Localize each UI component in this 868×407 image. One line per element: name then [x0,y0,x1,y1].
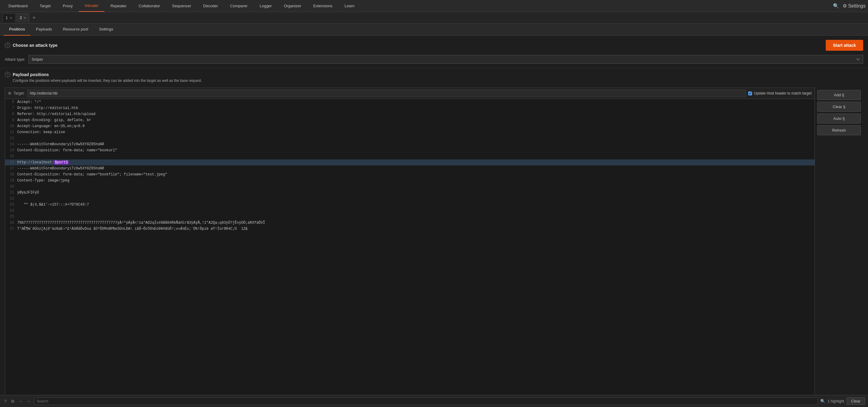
target-bar: Target: Update Host header to match targ… [5,88,814,99]
code-line: 8 Referer: http://editorial.htb/upload [5,111,814,117]
refresh-button[interactable]: Refresh [817,125,861,135]
code-line: 21 ÿØÿàJFIFÿÛ [5,190,814,196]
attack-type-title: Choose an attack type [13,43,58,48]
help-bottom-icon[interactable]: ? [3,398,8,404]
tab-1[interactable]: 1 ✕ [2,13,16,22]
code-line: 18 Content-Disposition: form-data; name=… [5,171,814,178]
payload-positions-title: Payload positions [13,72,49,77]
code-line: 22 [5,196,814,202]
nav-items: Dashboard Target Proxy Intruder Repeater… [2,0,361,12]
clear-section-button[interactable]: Clear § [817,102,861,112]
tab-2-close[interactable]: ✕ [24,16,26,20]
attack-type-help-icon[interactable]: ? [5,42,10,48]
search-input[interactable] [34,398,818,405]
subtab-payloads[interactable]: Payloads [30,24,57,36]
code-line: 26 7%%7777777777777777777777777777777777… [5,220,814,226]
nav-comparer[interactable]: Comparer [224,0,254,12]
nav-intruder[interactable]: Intruder [79,0,104,12]
forward-button[interactable]: → [25,398,32,404]
update-host-label: Update Host header to match target [754,91,811,95]
clear-button[interactable]: Clear [846,397,865,405]
nav-extensions[interactable]: Extensions [307,0,339,12]
nav-target[interactable]: Target [34,0,57,12]
payload-positions-section: ? Payload positions Configure the positi… [0,68,868,85]
code-line: 10 Accept-Language: en-US,en;q=0.9 [5,123,814,129]
update-host-check: Update Host header to match target [748,91,811,95]
payload-positions-desc: Configure the positions where payloads w… [13,79,863,83]
tab-bar: 1 ✕ 2 ✕ + [0,12,868,24]
payload-marker: $portS [54,160,68,164]
code-line: 12 [5,135,814,141]
payload-positions-help-icon[interactable]: ? [5,72,10,77]
attack-type-header: ? Choose an attack type Start attack [0,36,868,53]
top-nav: Dashboard Target Proxy Intruder Repeater… [0,0,868,12]
nav-collaborator[interactable]: Collaborator [132,0,166,12]
sub-tab-bar: Positions Payloads Resource pool Setting… [0,24,868,36]
auto-section-button[interactable]: Auto § [817,114,861,124]
code-line: 13 ------WebKitFormBoundaryiTz0w5XY0Z95h… [5,141,814,147]
update-host-checkbox[interactable] [748,92,752,95]
nav-arrows: ← → [18,398,32,404]
code-line: 14 Content-Disposition: form-data; name=… [5,147,814,153]
tab-2[interactable]: 2 ✕ [17,13,30,22]
code-line: 27 T°AÊ¶W¨êÚòz[A)0°äú%d£¬*£²ÄðÁ8ÔvDsα å©… [5,226,814,232]
attack-type-select[interactable]: Sniper Battering ram Pitchfork Cluster b… [28,55,863,64]
target-status-dot [8,92,11,95]
subtab-positions[interactable]: Positions [4,24,30,36]
tab-2-label: 2 [20,16,22,20]
tab-1-label: 1 [6,16,8,20]
code-line: 19 Content-Type: image/jpeg [5,178,814,184]
right-sidebar: Add § Clear § Auto § Refresh [815,88,863,405]
settings-bottom-icon[interactable]: ⚙ [10,398,16,404]
attack-type-label: Attack type: [5,57,25,62]
code-line: 15 [5,153,814,159]
code-line: 11 Connection: keep-alive [5,129,814,135]
editor-area: Target: Update Host header to match targ… [0,85,868,407]
target-input[interactable] [27,90,746,97]
code-line: 20 [5,184,814,190]
search-icon-bottom[interactable]: 🔍 [820,399,825,403]
highlight-count: 1 highlight [828,399,844,403]
nav-repeater[interactable]: Repeater [104,0,132,12]
nav-sequencer[interactable]: Sequencer [166,0,197,12]
start-attack-button[interactable]: Start attack [826,40,863,51]
nav-logger[interactable]: Logger [254,0,278,12]
nav-organizer[interactable]: Organizer [278,0,307,12]
editor-container: Target: Update Host header to match targ… [5,88,815,405]
nav-learn[interactable]: Learn [338,0,361,12]
nav-proxy[interactable]: Proxy [57,0,79,12]
code-line: 7 Origin: http://editorial.htb [5,105,814,111]
code-line: 24 [5,208,814,214]
code-line: 17 ------WebKitFormBoundaryiTz0w5XY0Z95h… [5,165,814,171]
add-tab-button[interactable]: + [30,15,37,21]
subtab-settings[interactable]: Settings [94,24,119,36]
back-button[interactable]: ← [18,398,25,404]
bottom-bar: ? ⚙ ← → 🔍 1 highlight Clear [0,395,868,407]
code-line: 25 [5,214,814,220]
nav-right: 🔍 ⚙ Settings [833,3,866,9]
add-section-button[interactable]: Add § [817,90,861,100]
code-line-payload: 16 http://localhost:$portS [5,159,814,165]
settings-icon[interactable]: ⚙ Settings [843,3,866,9]
tab-1-close[interactable]: ✕ [10,16,12,20]
attack-type-row: Attack type: Sniper Battering ram Pitchf… [0,53,868,68]
code-line: 6 Accept: */* [5,99,814,105]
subtab-resource-pool[interactable]: Resource pool [57,24,94,36]
code-line: 9 Accept-Encoding: gzip, deflate, br [5,117,814,123]
target-label: Target: [13,91,25,95]
nav-dashboard[interactable]: Dashboard [2,0,34,12]
code-line: 23 "" $(4,$&1'-=157:::#+?D?8C49:7 [5,202,814,208]
code-editor[interactable]: 6 Accept: */* 7 Origin: http://editorial… [5,99,814,404]
search-icon[interactable]: 🔍 [833,3,839,9]
bottom-icons: ? ⚙ ← → [3,398,32,404]
nav-decoder[interactable]: Decoder [197,0,224,12]
main-content: ? Choose an attack type Start attack Att… [0,36,868,407]
